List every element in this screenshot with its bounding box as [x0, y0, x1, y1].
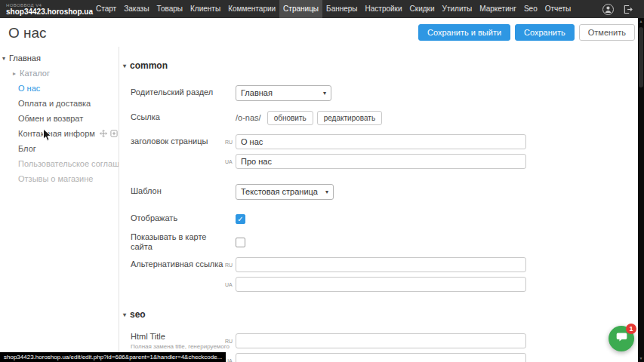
chat-bubble-icon: [615, 331, 628, 347]
menu-item-6[interactable]: Баннеры: [322, 0, 361, 18]
sidebar-item-6[interactable]: Блог: [0, 141, 119, 156]
parent-section-select[interactable]: Главная ▾: [236, 85, 331, 101]
lang-tag-ua: UA: [225, 358, 236, 362]
scrollbar[interactable]: ▲ ▼: [638, 18, 644, 362]
field-label-page-title: заголовок страницы: [131, 137, 225, 146]
page-tree: ▾Главная▸КаталогО насОплата и доставкаОб…: [0, 47, 119, 362]
field-row-parent: Родительский раздел Главная ▾: [131, 84, 636, 101]
scroll-up-icon[interactable]: ▲: [638, 19, 644, 23]
field-row-sitemap: Показывать в карте сайта: [131, 236, 636, 248]
field-label-template: Шаблон: [131, 186, 225, 196]
menu-item-1[interactable]: Заказы: [120, 0, 153, 18]
brand-version-label: НОВОВВОД V4: [6, 3, 92, 8]
store-brand[interactable]: НОВОВВОД V4 shop34423.horoshop.ua: [0, 3, 92, 16]
sitemap-checkbox[interactable]: [236, 238, 245, 247]
menu-item-8[interactable]: Скидки: [406, 0, 439, 18]
sidebar-item-label: Каталог: [20, 69, 50, 78]
chat-widget-button[interactable]: 1: [609, 326, 634, 351]
move-icon[interactable]: [100, 130, 107, 137]
sidebar-item-label: Контактная информ: [18, 129, 95, 138]
template-select[interactable]: Текстовая страница ▾: [236, 184, 334, 200]
section-title: common: [130, 60, 168, 71]
lang-tag-ua: UA: [225, 282, 236, 287]
header-buttons: Сохранить и выйти Сохранить Отменить: [418, 24, 635, 41]
section-header-seo[interactable]: ▾ seo: [123, 309, 146, 320]
field-label-link: Ссылка: [131, 112, 225, 122]
sidebar-item-label: О нас: [18, 84, 40, 93]
field-row-template: Шаблон Текстовая страница ▾: [131, 183, 636, 200]
parent-section-value: Главная: [241, 88, 273, 97]
field-row-display: Отображать ✓: [131, 213, 636, 225]
brand-domain: shop34423.horoshop.ua: [6, 8, 92, 16]
collapse-icon: ▾: [123, 311, 126, 318]
menu-item-11[interactable]: Seo: [520, 0, 541, 18]
topbar: НОВОВВОД V4 shop34423.horoshop.ua СтартЗ…: [0, 0, 644, 18]
topbar-icons: [602, 0, 633, 18]
sidebar-item-1[interactable]: ▸Каталог: [0, 66, 119, 81]
edit-form: ▾ common Родительский раздел Главная ▾ С…: [119, 47, 638, 362]
template-value: Текстовая страница: [241, 187, 318, 196]
save-button[interactable]: Сохранить: [515, 24, 575, 41]
html-title-ru-input[interactable]: [236, 333, 526, 348]
sidebar-item-label: Отзывы о магазине: [18, 174, 93, 183]
cancel-button[interactable]: Отменить: [579, 24, 635, 41]
menu-item-9[interactable]: Утилиты: [439, 0, 476, 18]
html-title-ua-input[interactable]: [236, 353, 526, 362]
chevron-down-icon[interactable]: ▾: [2, 55, 9, 62]
menu-item-12[interactable]: Отчеты: [541, 0, 575, 18]
link-refresh-button[interactable]: обновить: [267, 111, 313, 125]
menu-item-2[interactable]: Товары: [153, 0, 186, 18]
sidebar-item-4[interactable]: Обмен и возврат: [0, 111, 119, 126]
alt-link-ru-input[interactable]: [236, 257, 526, 272]
save-and-exit-button[interactable]: Сохранить и выйти: [418, 24, 510, 41]
sidebar-item-7[interactable]: Пользовательское соглашение: [0, 156, 119, 171]
link-edit-button[interactable]: редактировать: [317, 111, 382, 125]
field-row-page-title-ru: заголовок страницы RU: [131, 134, 636, 149]
sidebar-item-3[interactable]: Оплата и доставка: [0, 96, 119, 111]
lang-tag-ua: UA: [225, 159, 236, 164]
menu-item-3[interactable]: Клиенты: [186, 0, 224, 18]
logout-icon[interactable]: [622, 4, 633, 15]
field-label-display: Отображать: [131, 213, 225, 223]
section-title: seo: [130, 309, 146, 320]
sidebar-item-label: Главная: [9, 54, 41, 63]
field-row-page-title-ua: UA: [131, 154, 636, 169]
chat-badge: 1: [626, 324, 636, 334]
scrollbar-thumb[interactable]: [639, 27, 643, 87]
sidebar-item-0[interactable]: ▾Главная: [0, 51, 119, 66]
menu-item-5[interactable]: Страницы: [279, 0, 322, 18]
sidebar-item-2[interactable]: О нас: [0, 81, 119, 96]
page-title-ru-input[interactable]: [236, 134, 526, 149]
sidebar-item-8[interactable]: Отзывы о магазине: [0, 171, 119, 186]
page-header: О нас Сохранить и выйти Сохранить Отмени…: [0, 18, 644, 47]
sidebar-item-label: Оплата и доставка: [18, 99, 91, 108]
field-row-link: Ссылка /o-nas/ обновить редактировать: [131, 110, 636, 125]
lang-tag-ru: RU: [225, 140, 236, 145]
menu-item-0[interactable]: Старт: [92, 0, 120, 18]
sidebar-item-label: Блог: [18, 144, 36, 153]
field-hint-html-title: Полная замена title, генерируемого: [131, 343, 244, 350]
menu-item-4[interactable]: Комментарии: [224, 0, 279, 18]
field-label-sitemap: Показывать в карте сайта: [131, 232, 225, 252]
chevron-right-icon[interactable]: ▸: [13, 70, 20, 77]
section-header-common[interactable]: ▾ common: [123, 60, 168, 71]
chevron-down-icon: ▾: [325, 189, 328, 195]
field-row-html-title-ru: Html Title Полная замена title, генериру…: [131, 333, 636, 348]
sidebar-item-label: Пользовательское соглашение: [18, 159, 119, 168]
user-icon[interactable]: [602, 3, 615, 16]
page-title: О нас: [8, 25, 47, 41]
display-checkbox[interactable]: ✓: [236, 214, 245, 224]
lang-tag-ru: RU: [225, 339, 236, 344]
add-icon[interactable]: [110, 130, 118, 137]
menu-item-7[interactable]: Настройки: [362, 0, 406, 18]
link-value: /o-nas/: [236, 113, 261, 122]
page-title-ua-input[interactable]: [236, 154, 526, 169]
scroll-down-icon[interactable]: ▼: [638, 356, 644, 360]
collapse-icon: ▾: [123, 63, 126, 69]
status-url: shop34423.horoshop.ua/edit/edit.php?id=6…: [0, 352, 226, 362]
sidebar-item-5[interactable]: Контактная информ: [0, 126, 119, 141]
app-window: НОВОВВОД V4 shop34423.horoshop.ua СтартЗ…: [0, 0, 644, 362]
topbar-menu: СтартЗаказыТоварыКлиентыКомментарииСтран…: [92, 0, 575, 18]
menu-item-10[interactable]: Маркетинг: [476, 0, 520, 18]
alt-link-ua-input[interactable]: [236, 277, 526, 292]
